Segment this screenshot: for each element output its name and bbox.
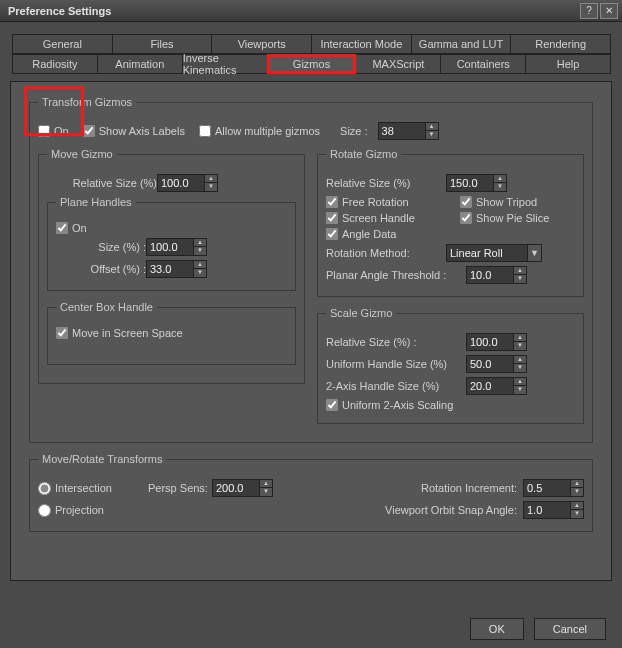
spinner-rotation-increment-input[interactable] [524,480,570,496]
close-button[interactable]: ✕ [600,3,618,19]
checkbox-angle-data[interactable]: Angle Data [326,228,396,240]
spin-up-icon[interactable]: ▲ [194,239,206,247]
checkbox-on-input[interactable] [38,125,50,137]
tab-inverse-kinematics[interactable]: Inverse Kinematics [182,54,268,74]
tab-radiosity[interactable]: Radiosity [12,54,98,74]
spin-down-icon[interactable]: ▼ [571,488,583,496]
checkbox-free-rotation-input[interactable] [326,196,338,208]
spinner-planar-threshold[interactable]: ▲▼ [466,266,527,284]
spin-up-icon[interactable]: ▲ [194,261,206,269]
checkbox-screen-handle[interactable]: Screen Handle [326,212,446,224]
checkbox-allow-multiple-gizmos[interactable]: Allow multiple gizmos [199,125,320,137]
tab-animation[interactable]: Animation [97,54,183,74]
checkbox-uniform-2axis-input[interactable] [326,399,338,411]
checkbox-show-pie-slice-input[interactable] [460,212,472,224]
spin-down-icon[interactable]: ▼ [205,183,217,191]
checkbox-move-in-screen-space-input[interactable] [56,327,68,339]
spinner-rotate-relsize-input[interactable] [447,175,493,191]
checkbox-free-rotation[interactable]: Free Rotation [326,196,446,208]
tab-rendering[interactable]: Rendering [510,34,611,54]
spinner-viewport-orbit-input[interactable] [524,502,570,518]
spin-up-icon[interactable]: ▲ [514,356,526,364]
checkbox-show-axis-labels[interactable]: Show Axis Labels [83,125,185,137]
checkbox-show-axis-labels-input[interactable] [83,125,95,137]
spin-down-icon[interactable]: ▼ [514,364,526,372]
label-persp-sens: Persp Sens: [148,482,208,494]
spin-down-icon[interactable]: ▼ [260,488,272,496]
combo-rotation-method-input[interactable] [447,245,527,261]
spinner-plane-size[interactable]: ▲▼ [146,238,207,256]
spinner-persp-sens-input[interactable] [213,480,259,496]
spinner-move-relsize-input[interactable] [158,175,204,191]
checkbox-show-tripod[interactable]: Show Tripod [460,196,537,208]
cancel-button[interactable]: Cancel [534,618,606,640]
titlebar: Preference Settings ? ✕ [0,0,622,22]
checkbox-plane-on-input[interactable] [56,222,68,234]
spin-up-icon[interactable]: ▲ [205,175,217,183]
spin-down-icon[interactable]: ▼ [514,386,526,394]
spin-down-icon[interactable]: ▼ [194,247,206,255]
spin-down-icon[interactable]: ▼ [571,510,583,518]
tab-maxscript[interactable]: MAXScript [355,54,441,74]
chevron-down-icon[interactable]: ▼ [527,245,541,261]
checkbox-show-tripod-input[interactable] [460,196,472,208]
spin-up-icon[interactable]: ▲ [494,175,506,183]
checkbox-move-in-screen-space[interactable]: Move in Screen Space [56,327,183,339]
spin-up-icon[interactable]: ▲ [514,378,526,386]
spinner-rotate-relsize[interactable]: ▲▼ [446,174,507,192]
spin-down-icon[interactable]: ▼ [426,131,438,139]
label-move-relsize: Relative Size (%) [47,177,157,189]
checkbox-on[interactable]: On [38,125,69,137]
spinner-plane-size-input[interactable] [147,239,193,255]
spin-up-icon[interactable]: ▲ [426,123,438,131]
checkbox-screen-handle-input[interactable] [326,212,338,224]
spin-down-icon[interactable]: ▼ [514,342,526,350]
spin-up-icon[interactable]: ▲ [571,502,583,510]
checkbox-uniform-2axis[interactable]: Uniform 2-Axis Scaling [326,399,453,411]
spinner-planar-threshold-input[interactable] [467,267,513,283]
tab-files[interactable]: Files [112,34,213,54]
ok-button[interactable]: OK [470,618,524,640]
spinner-move-relsize[interactable]: ▲▼ [157,174,218,192]
tab-general[interactable]: General [12,34,113,54]
tab-containers[interactable]: Containers [440,54,526,74]
spin-down-icon[interactable]: ▼ [194,269,206,277]
spinner-uniform-handle[interactable]: ▲▼ [466,355,527,373]
spin-up-icon[interactable]: ▲ [514,267,526,275]
spinner-rotation-increment[interactable]: ▲▼ [523,479,584,497]
radio-projection[interactable]: Projection [38,504,138,517]
checkbox-plane-on[interactable]: On [56,222,87,234]
tab-gamma-and-lut[interactable]: Gamma and LUT [411,34,512,54]
checkbox-show-pie-slice[interactable]: Show Pie Slice [460,212,549,224]
spinner-plane-offset-input[interactable] [147,261,193,277]
checkbox-angle-data-label: Angle Data [342,228,396,240]
spinner-2axis-handle[interactable]: ▲▼ [466,377,527,395]
help-button[interactable]: ? [580,3,598,19]
tab-help[interactable]: Help [525,54,611,74]
spinner-size[interactable]: ▲▼ [378,122,439,140]
spinner-uniform-handle-input[interactable] [467,356,513,372]
spinner-viewport-orbit[interactable]: ▲▼ [523,501,584,519]
radio-intersection[interactable]: Intersection [38,482,138,495]
spinner-2axis-handle-input[interactable] [467,378,513,394]
spinner-scale-relsize[interactable]: ▲▼ [466,333,527,351]
spin-down-icon[interactable]: ▼ [494,183,506,191]
spin-up-icon[interactable]: ▲ [514,334,526,342]
radio-projection-input[interactable] [38,504,51,517]
checkbox-show-pie-slice-label: Show Pie Slice [476,212,549,224]
tab-gizmos[interactable]: Gizmos [267,54,357,74]
spinner-plane-offset[interactable]: ▲▼ [146,260,207,278]
spin-down-icon[interactable]: ▼ [514,275,526,283]
spin-up-icon[interactable]: ▲ [260,480,272,488]
checkbox-angle-data-input[interactable] [326,228,338,240]
spin-up-icon[interactable]: ▲ [571,480,583,488]
spinner-size-input[interactable] [379,123,425,139]
spinner-scale-relsize-input[interactable] [467,334,513,350]
tab-interaction-mode[interactable]: Interaction Mode [311,34,412,54]
radio-intersection-input[interactable] [38,482,51,495]
checkbox-allow-multiple-input[interactable] [199,125,211,137]
tab-viewports[interactable]: Viewports [211,34,312,54]
spinner-persp-sens[interactable]: ▲▼ [212,479,273,497]
combo-rotation-method[interactable]: ▼ [446,244,542,262]
checkbox-free-rotation-label: Free Rotation [342,196,409,208]
